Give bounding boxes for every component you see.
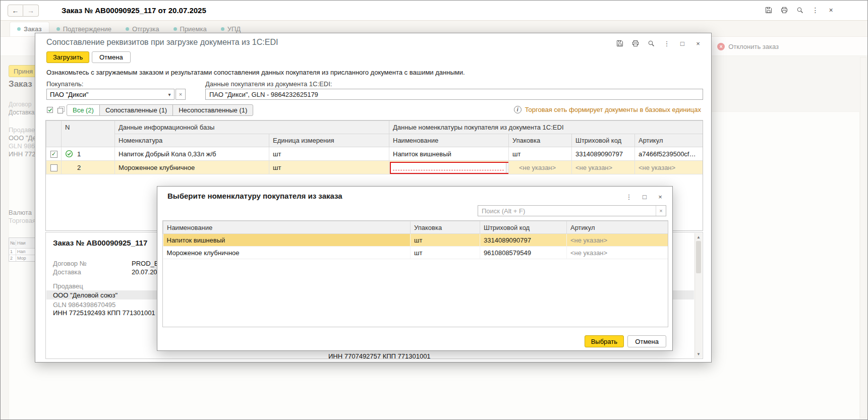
cell-barcode[interactable]: 3314089090797 xyxy=(480,234,567,247)
back-icon: ← xyxy=(12,7,19,15)
preview-contract-label: Договор № xyxy=(53,260,87,267)
cell-name-required[interactable]: … xyxy=(389,161,509,174)
cell-barcode[interactable]: 9610808579549 xyxy=(480,247,567,259)
cell-unit[interactable]: шт xyxy=(269,147,389,161)
filter-all[interactable]: Все (2) xyxy=(67,104,100,116)
app-window: ← → Заказ № АВ00090925_117 от 20.07.2025… xyxy=(0,0,868,420)
cell-pack[interactable]: <не указан> xyxy=(509,161,572,174)
close-icon[interactable]: × xyxy=(656,193,664,201)
cell-article[interactable]: a7466f5239500cfea… xyxy=(635,147,703,161)
print-icon[interactable] xyxy=(631,39,640,47)
check-icon: ✓ xyxy=(51,151,56,157)
cell-barcode[interactable]: 3314089090797 xyxy=(572,147,635,161)
edi-buyer-label: Данные покупателя из документа 1С:EDI: xyxy=(205,80,332,88)
cell-article[interactable]: <не указан> xyxy=(567,234,668,247)
choose-value-button[interactable]: … xyxy=(506,163,509,173)
col-article: Артикул xyxy=(567,221,668,234)
search-box: × xyxy=(478,205,666,216)
row-checkbox-checked[interactable]: ✓ xyxy=(50,151,57,158)
info-icon: i xyxy=(514,106,522,113)
save-icon[interactable] xyxy=(616,39,624,47)
cell-name[interactable]: Напиток вишневый xyxy=(389,147,509,161)
buyer-clear-button[interactable]: × xyxy=(176,89,186,100)
picker-row-selected[interactable]: Напиток вишневый шт 3314089090797 <не ук… xyxy=(163,234,668,247)
cell-pack[interactable]: шт xyxy=(509,147,572,161)
cell-article[interactable]: <не указан> xyxy=(567,247,668,259)
dialog-description: Ознакомьтесь с загружаемым заказом и рез… xyxy=(46,69,465,76)
cancel-button[interactable]: Отмена xyxy=(92,51,131,63)
save-icon[interactable] xyxy=(764,6,773,14)
search-icon[interactable] xyxy=(647,39,655,47)
cell-nomenclature[interactable]: Напиток Добрый Кола 0,33л ж/б xyxy=(115,147,269,161)
dialog-titlebar-actions: ⋮ □ × xyxy=(625,193,664,201)
mapping-row-2[interactable]: 2 Мороженное клубничное шт … <не указан>… xyxy=(46,161,703,174)
col-barcode: Штриховой код xyxy=(480,221,567,234)
preview-buyer-inn: ИНН 7707492757 КПП 771301001 xyxy=(328,352,431,360)
chevron-down-icon[interactable]: ▾ xyxy=(165,92,174,97)
search-input[interactable] xyxy=(478,206,656,216)
cell-nomenclature[interactable]: Мороженное клубничное xyxy=(115,161,269,174)
uncheck-all-icon[interactable] xyxy=(56,105,66,114)
col-barcode: Штриховой код xyxy=(572,134,635,147)
window-titlebar: ← → Заказ № АВ00090925_117 от 20.07.2025… xyxy=(1,1,867,21)
buyer-input[interactable] xyxy=(47,91,165,98)
preview-delivery-label: Доставка xyxy=(53,268,81,276)
filter-unmapped[interactable]: Несопоставленные (1) xyxy=(172,104,253,116)
search-clear-icon[interactable]: × xyxy=(656,206,666,216)
status-slot-empty xyxy=(65,163,73,171)
col-group-infobase: Данные информационной базы xyxy=(115,121,389,134)
filter-mapped[interactable]: Сопоставленные (1) xyxy=(99,104,173,116)
forward-button[interactable]: → xyxy=(23,5,39,17)
dialog-title: Выберите номенклатуру покупателя из зака… xyxy=(167,192,342,200)
cancel-button[interactable]: Отмена xyxy=(627,335,666,347)
cell-article[interactable]: <не указан> xyxy=(635,161,703,174)
filter-tabs: Все (2) Сопоставленные (1) Несопоставлен… xyxy=(67,104,253,116)
hint-text: Торговая сеть формирует документы в базо… xyxy=(525,106,701,113)
cell-name[interactable]: Напиток вишневый xyxy=(163,234,411,247)
mapping-row-1[interactable]: ✓ 1 Напиток Добрый Кола 0,33л ж/б шт Нап… xyxy=(46,147,703,161)
maximize-icon[interactable]: □ xyxy=(678,39,686,47)
load-button[interactable]: Загрузить xyxy=(46,51,89,63)
row-checkbox-unchecked[interactable] xyxy=(50,164,57,171)
page-title: Заказ № АВ00090925_117 от 20.07.2025 xyxy=(62,6,206,15)
name-input-empty[interactable] xyxy=(391,163,506,173)
more-icon[interactable]: ⋮ xyxy=(625,193,633,201)
scrollbar-thumb[interactable] xyxy=(696,241,701,273)
col-name: Наименование xyxy=(389,134,509,147)
cell-unit[interactable]: шт xyxy=(269,161,389,174)
print-icon[interactable] xyxy=(780,6,788,14)
cell-pack[interactable]: шт xyxy=(411,247,480,259)
cell-barcode[interactable]: <не указан> xyxy=(572,161,635,174)
col-group-edi: Данные номенклатуры покупателя из докуме… xyxy=(389,121,703,134)
picker-dialog: Выберите номенклатуру покупателя из зака… xyxy=(157,186,673,351)
preview-seller-label: Продавец xyxy=(53,282,83,290)
window-actions: ⋮ × xyxy=(764,6,835,14)
col-name: Наименование xyxy=(163,221,411,234)
more-icon[interactable]: ⋮ xyxy=(663,39,671,47)
picker-table: Наименование Упаковка Штриховой код Арти… xyxy=(162,220,668,327)
picker-row[interactable]: Мороженое клубничное шт 9610808579549 <н… xyxy=(163,247,668,259)
scroll-up-icon[interactable]: ▲ xyxy=(695,234,702,240)
more-icon[interactable]: ⋮ xyxy=(811,6,820,14)
preview-scrollbar[interactable]: ▲ ▼ xyxy=(695,233,702,358)
maximize-icon[interactable]: □ xyxy=(641,193,649,201)
base-units-hint: i Торговая сеть формирует документы в ба… xyxy=(514,106,701,113)
cell-name[interactable]: Мороженое клубничное xyxy=(163,247,411,259)
scroll-down-icon[interactable]: ▼ xyxy=(695,351,702,357)
row-number: 1 xyxy=(77,150,81,158)
dialog-title: Сопоставление реквизитов при загрузке до… xyxy=(46,38,278,47)
preview-seller-inn: ИНН 7725192493 КПП 771301001 xyxy=(53,309,155,317)
close-icon[interactable]: × xyxy=(827,6,835,14)
col-article: Артикул xyxy=(635,134,703,147)
buyer-combobox: ▾ xyxy=(46,89,175,100)
back-button[interactable]: ← xyxy=(8,5,23,17)
cell-pack[interactable]: шт xyxy=(411,234,480,247)
mapped-status-icon xyxy=(65,150,73,158)
search-icon[interactable] xyxy=(795,6,804,14)
check-all-icon[interactable] xyxy=(45,105,54,114)
close-icon[interactable]: × xyxy=(694,39,702,47)
buyer-label: Покупатель: xyxy=(46,80,83,88)
choose-button[interactable]: Выбрать xyxy=(585,335,624,347)
preview-order-heading: Заказ № АВ00090925_117 xyxy=(53,238,147,247)
col-nomenclature: Номенклатура xyxy=(115,134,269,147)
